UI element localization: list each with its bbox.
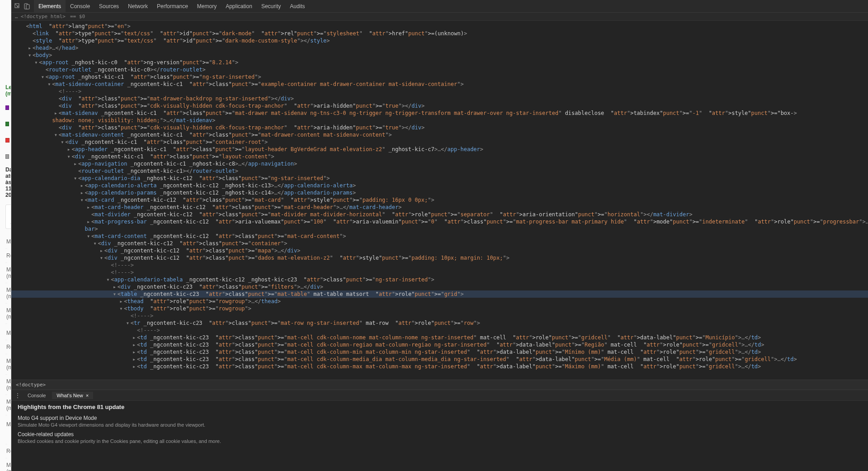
- dom-line[interactable]: ▸<td _ngcontent-kic-c23 "attr">class"pun…: [11, 348, 868, 356]
- dom-line[interactable]: <router-outlet _ngcontent-kic-c1></route…: [11, 167, 868, 175]
- dom-line[interactable]: ▸<thead "attr">role"punct">="rowgroup">……: [11, 298, 868, 305]
- dom-line[interactable]: ▾<div _ngcontent-kic-c12 "attr">class"pu…: [11, 240, 868, 247]
- dom-line[interactable]: <div "attr">class"punct">="cdk-visually-…: [11, 102, 868, 109]
- dom-line[interactable]: ▾<div _ngcontent-kic-c1 "attr">class"pun…: [11, 153, 868, 160]
- dom-line[interactable]: ▸<head>…</head>: [11, 44, 868, 52]
- dom-line[interactable]: ▸<mat-card-header _ngcontent-kic-c12 "at…: [11, 204, 868, 211]
- dom-top-bar: …<!doctype html> == $0: [11, 13, 868, 21]
- crumb-doctype: <!doctype html>: [21, 14, 66, 19]
- data-row: MunicípioJati: [5, 326, 7, 340]
- device-icon[interactable]: [23, 3, 30, 10]
- devtools-tab-console[interactable]: Console: [66, 0, 94, 12]
- dom-line[interactable]: ▾<tr _ngcontent-kic-c23 "attr">class"pun…: [11, 319, 868, 327]
- dom-line[interactable]: ▸<app-header _ngcontent-kic-c1 "attr">cl…: [11, 146, 868, 153]
- row-label: Município: [6, 421, 11, 440]
- devtools-tab-elements[interactable]: Elements: [34, 0, 66, 12]
- dom-line[interactable]: <html "attr">lang"punct">="en">: [11, 23, 868, 30]
- dom-line[interactable]: <link "attr">type"punct">="text/css" "at…: [11, 30, 868, 37]
- dom-line[interactable]: ▸<td _ngcontent-kic-c23 "attr">class"pun…: [11, 356, 868, 363]
- data-row: Máximo (mm)0: [5, 395, 7, 415]
- drawer-console-tab[interactable]: Console: [23, 392, 50, 399]
- devtools-tab-network[interactable]: Network: [123, 0, 152, 12]
- dom-line[interactable]: ▸<div _ngcontent-kic-c12 "attr">class"pu…: [11, 247, 868, 254]
- devtools-tab-performance[interactable]: Performance: [152, 0, 193, 12]
- inspect-icon[interactable]: [14, 3, 21, 10]
- dom-line[interactable]: ▾<app-root _nghost-kic-c0 "attr">ng-vers…: [11, 59, 868, 66]
- data-row: MunicípioJuazeiro do Norte: [5, 418, 7, 444]
- dom-breadcrumb[interactable]: <!doctype>: [11, 380, 868, 390]
- dom-line[interactable]: <!---->: [11, 88, 868, 95]
- dom-line[interactable]: ▸<td _ngcontent-kic-c23 "attr">class"pun…: [11, 363, 868, 370]
- devtools-tab-memory[interactable]: Memory: [193, 0, 221, 12]
- dom-line[interactable]: ▾<table _ngcontent-kic-c23 "attr">class"…: [11, 290, 868, 298]
- dom-line[interactable]: <mat-divider _ngcontent-kic-c12 "attr">c…: [11, 211, 868, 218]
- dom-line[interactable]: ▾<body>: [11, 52, 868, 59]
- dom-line[interactable]: ▾<mat-sidenav-content _ngcontent-kic-c1 …: [11, 131, 868, 138]
- devtools-drawer: ⋮ Console What's New× ✕ Highlights from …: [11, 390, 868, 471]
- row-label: Município: [6, 330, 11, 336]
- drawer-item-desc: Simulate Moto G4 viewport dimensions and…: [18, 422, 868, 428]
- dom-tree[interactable]: <html "attr">lang"punct">="en"> <link "a…: [11, 21, 868, 380]
- legend-item: De 0.1 a 5.0: [5, 132, 11, 148]
- row-label: Máximo (mm): [6, 307, 11, 320]
- dom-line[interactable]: ▾<mat-card-content _ngcontent-kic-c12 "a…: [11, 233, 868, 240]
- data-row: Média (mm)0: [5, 283, 7, 304]
- data-row: Média (mm)0: [5, 375, 7, 395]
- dom-line[interactable]: ▾<mat-sidenav-container _ngcontent-kic-c…: [11, 81, 868, 88]
- data-row: RegiãoCARIRI: [5, 340, 7, 354]
- data-row: MunicípioJardim: [5, 235, 7, 249]
- devtools-tab-application[interactable]: Application: [221, 0, 257, 12]
- legend-item: Acima de 50.1: [5, 100, 11, 116]
- app-left-pane: Legenda (mm) Acima de 50.1 De 25.1 a 50.…: [0, 0, 11, 471]
- dom-line[interactable]: <!---->: [11, 269, 868, 276]
- dom-line[interactable]: <style "attr">type"punct">="text/css" "a…: [11, 37, 868, 44]
- dom-line[interactable]: <div "attr">class"punct">="cdk-visually-…: [11, 124, 868, 131]
- dom-line[interactable]: <div "attr">class"punct">="mat-drawer-ba…: [11, 95, 868, 102]
- row-label: Região: [6, 252, 11, 259]
- devtools-tabs: ElementsConsoleSourcesNetworkPerformance…: [34, 0, 310, 12]
- dom-line[interactable]: ▸<td _ngcontent-kic-c23 "attr">class"pun…: [11, 334, 868, 341]
- dom-line[interactable]: ▾<div _ngcontent-kic-c1 "attr">class"pun…: [11, 138, 868, 146]
- dom-line[interactable]: shadow: none; visibility: hidden;">…</ma…: [11, 117, 868, 124]
- data-row: Máximo (mm)0: [5, 304, 7, 324]
- data-row: Mínimo (mm)0: [5, 354, 7, 375]
- devtools-tab-sources[interactable]: Sources: [94, 0, 123, 12]
- dom-line[interactable]: <router-outlet _ngcontent-kic-c0></route…: [11, 66, 868, 73]
- row-label: Mínimo (mm): [6, 358, 11, 371]
- row-label: Máximo (mm): [6, 399, 11, 411]
- row-label: Região: [6, 344, 11, 350]
- drawer-item-title[interactable]: Cookie-related updates: [18, 431, 868, 438]
- dom-pane: …<!doctype html> == $0 <html "attr">lang…: [11, 13, 868, 390]
- dom-line[interactable]: ▸<app-calendario-alerta _ngcontent-kic-c…: [11, 182, 868, 189]
- dom-line[interactable]: ▸<td _ngcontent-kic-c23 "attr">class"pun…: [11, 341, 868, 348]
- dom-line[interactable]: ▸<div _ngcontent-kic-c23 "attr">class"pu…: [11, 283, 868, 290]
- data-row: RegiãoCARIRI: [5, 444, 7, 458]
- dom-line[interactable]: ▸<mat-sidenav _ngcontent-kic-c1 "attr">c…: [11, 109, 868, 117]
- dom-line[interactable]: ▾<mat-card _ngcontent-kic-c12 "attr">cla…: [11, 196, 868, 204]
- dom-line[interactable]: <!---->: [11, 262, 868, 269]
- devtools-tab-audits[interactable]: Audits: [285, 0, 309, 12]
- dom-line[interactable]: ▾<app-calendario-tabela _ngcontent-kic-c…: [11, 276, 868, 283]
- close-icon[interactable]: ×: [86, 393, 89, 398]
- svg-rect-2: [26, 5, 29, 9]
- legend-item: Sem Informação: [5, 151, 11, 162]
- drawer-whatsnew-tab[interactable]: What's New×: [52, 392, 93, 399]
- dom-line[interactable]: ▾<tbody "attr">role"punct">="rowgroup">: [11, 305, 868, 312]
- dom-line[interactable]: <!---->: [11, 327, 868, 334]
- dom-line[interactable]: ▾<app-calendario-dia _nghost-kic-c12 "at…: [11, 175, 868, 182]
- dom-line[interactable]: ▸<mat-progress-bar _ngcontent-kic-c12 "a…: [11, 218, 868, 225]
- kebab-icon[interactable]: ⋮: [14, 392, 21, 399]
- dom-line[interactable]: ▾<app-root _nghost-kic-c1 "attr">class"p…: [11, 73, 868, 81]
- row-label: Média (mm): [6, 287, 11, 300]
- devtools: ElementsConsoleSourcesNetworkPerformance…: [11, 0, 868, 471]
- devtools-tab-security[interactable]: Security: [257, 0, 285, 12]
- row-label: Região: [6, 448, 11, 454]
- dom-line[interactable]: ▸<app-navigation _ngcontent-kic-c1 _ngho…: [11, 160, 868, 167]
- dom-line[interactable]: bar>: [11, 225, 868, 233]
- devtools-toolbar: ElementsConsoleSourcesNetworkPerformance…: [11, 0, 868, 13]
- dom-line[interactable]: <!---->: [11, 312, 868, 319]
- legend-item: De 15.1 a 25.0: [5, 119, 11, 129]
- dom-line[interactable]: ▾<div _ngcontent-kic-c12 "attr">class"pu…: [11, 254, 868, 262]
- drawer-item-title[interactable]: Moto G4 support in Device Mode: [18, 415, 868, 421]
- dom-line[interactable]: ▸<app-calendario-params _ngcontent-kic-c…: [11, 189, 868, 196]
